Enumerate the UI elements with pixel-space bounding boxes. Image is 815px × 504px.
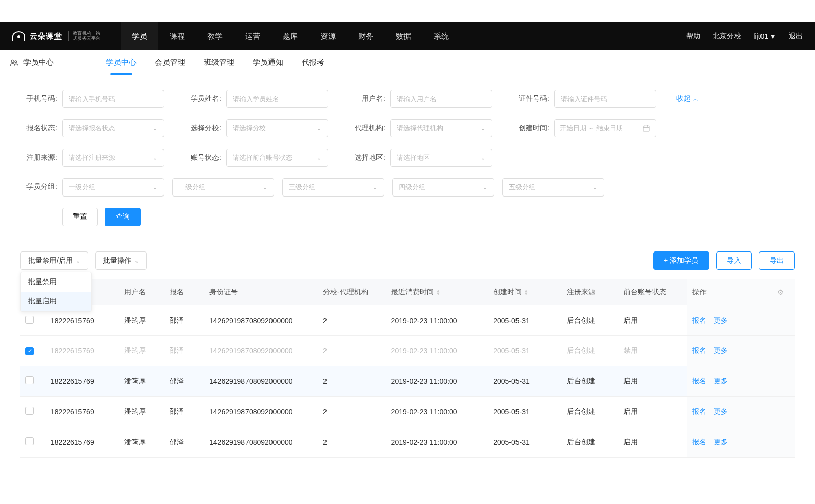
person-icon bbox=[9, 58, 18, 67]
group-select-1[interactable]: 一级分组⌄ bbox=[62, 178, 164, 197]
collapse-toggle[interactable]: 收起 ︿ bbox=[676, 94, 698, 103]
svg-point-0 bbox=[11, 60, 14, 62]
col-reg-source[interactable]: 注册来源 bbox=[562, 279, 618, 305]
bulk-enable-item[interactable]: 批量启用 bbox=[21, 292, 91, 311]
agency-select[interactable]: 请选择代理机构⌄ bbox=[390, 119, 492, 137]
cell-last-spend: 2019-02-23 11:00:00 bbox=[386, 427, 488, 458]
region-select[interactable]: 请选择地区⌄ bbox=[390, 149, 492, 167]
topnav-item-3[interactable]: 运营 bbox=[234, 22, 271, 50]
branch-label: 选择分校: bbox=[184, 124, 221, 133]
cell-status: 启用 bbox=[618, 366, 687, 397]
enroll-status-label: 报名状态: bbox=[20, 124, 57, 133]
search-button[interactable]: 查询 bbox=[105, 208, 141, 226]
topnav-item-7[interactable]: 数据 bbox=[385, 22, 422, 50]
row-checkbox[interactable] bbox=[25, 347, 34, 355]
row-enroll-link[interactable]: 报名 bbox=[692, 438, 707, 446]
cell-username: 潘筠厚 bbox=[119, 427, 165, 458]
subnav-tab-3[interactable]: 学员通知 bbox=[253, 50, 283, 74]
cell-reg-source: 后台创建 bbox=[562, 427, 618, 458]
import-button[interactable]: 导入 bbox=[716, 251, 752, 270]
chevron-down-icon: ⌄ bbox=[373, 184, 377, 191]
group-label: 学员分组: bbox=[20, 182, 57, 191]
topnav-item-6[interactable]: 财务 bbox=[347, 22, 385, 50]
bulk-toggle-dropdown[interactable]: 批量禁用/启用 ⌄ bbox=[20, 251, 88, 270]
export-button[interactable]: 导出 bbox=[759, 251, 795, 270]
table-row: 18222615769潘筠厚邵泽142629198708092000000220… bbox=[20, 397, 795, 427]
col-account-status[interactable]: 前台账号状态 bbox=[618, 279, 687, 305]
student-table: 用户名 报名 身份证号 分校-代理机构 最近消费时间▲▼ 创建时间▲▼ 注册来源… bbox=[20, 279, 795, 458]
branch-selector[interactable]: 北京分校 bbox=[713, 32, 741, 41]
row-checkbox[interactable] bbox=[25, 316, 34, 324]
reg-source-select[interactable]: 请选择注册来源⌄ bbox=[62, 149, 164, 167]
cell-branch: 2 bbox=[318, 427, 386, 458]
chevron-down-icon: ⌄ bbox=[76, 258, 80, 264]
row-enroll-link[interactable]: 报名 bbox=[692, 316, 707, 324]
cell-status: 禁用 bbox=[618, 336, 687, 366]
group-select-4[interactable]: 四级分组⌄ bbox=[392, 178, 494, 197]
gear-icon[interactable]: ⚙ bbox=[777, 288, 784, 296]
cell-phone: 18222615769 bbox=[45, 427, 119, 458]
add-student-button[interactable]: + 添加学员 bbox=[653, 251, 709, 270]
username-input[interactable] bbox=[390, 90, 492, 108]
topnav-item-5[interactable]: 资源 bbox=[309, 22, 347, 50]
enroll-status-select[interactable]: 请选择报名状态⌄ bbox=[62, 119, 164, 137]
topnav-item-0[interactable]: 学员 bbox=[121, 22, 158, 50]
row-more-link[interactable]: 更多 bbox=[714, 438, 728, 446]
action-bar: 批量禁用/启用 ⌄ 批量禁用 批量启用 批量操作 ⌄ + 添加学员 导入 导出 bbox=[0, 242, 815, 279]
subnav-tab-0[interactable]: 学员中心 bbox=[106, 50, 137, 74]
row-checkbox[interactable] bbox=[25, 407, 34, 415]
bulk-disable-item[interactable]: 批量禁用 bbox=[21, 272, 91, 292]
row-enroll-link[interactable]: 报名 bbox=[692, 407, 707, 415]
reset-button[interactable]: 重置 bbox=[62, 208, 98, 226]
row-more-link[interactable]: 更多 bbox=[714, 346, 728, 354]
chevron-down-icon: ⌄ bbox=[317, 125, 321, 132]
date-range-picker[interactable]: 开始日期 ~ 结束日期 bbox=[554, 119, 656, 137]
topnav-item-2[interactable]: 教学 bbox=[196, 22, 234, 50]
col-idno[interactable]: 身份证号 bbox=[204, 279, 318, 305]
cell-create-time: 2005-05-31 bbox=[488, 305, 562, 336]
phone-input[interactable] bbox=[62, 90, 164, 108]
group-select-3[interactable]: 三级分组⌄ bbox=[282, 178, 384, 197]
phone-label: 手机号码: bbox=[20, 94, 57, 103]
idno-label: 证件号码: bbox=[512, 94, 549, 103]
row-checkbox[interactable] bbox=[25, 437, 34, 445]
account-status-select[interactable]: 请选择前台账号状态⌄ bbox=[226, 149, 328, 167]
col-username[interactable]: 用户名 bbox=[119, 279, 165, 305]
idno-input[interactable] bbox=[554, 90, 656, 108]
user-menu[interactable]: lijt01▼ bbox=[753, 32, 776, 40]
topnav-item-8[interactable]: 系统 bbox=[422, 22, 460, 50]
col-last-spend[interactable]: 最近消费时间▲▼ bbox=[386, 279, 488, 305]
topnav-item-1[interactable]: 课程 bbox=[158, 22, 196, 50]
sort-icon: ▲▼ bbox=[436, 289, 441, 295]
group-select-2[interactable]: 二级分组⌄ bbox=[172, 178, 274, 197]
name-label: 学员姓名: bbox=[184, 94, 221, 103]
row-more-link[interactable]: 更多 bbox=[714, 377, 728, 385]
col-create-time[interactable]: 创建时间▲▼ bbox=[488, 279, 562, 305]
group-select-5[interactable]: 五级分组⌄ bbox=[502, 178, 604, 197]
cell-enroll: 邵泽 bbox=[165, 305, 204, 336]
help-link[interactable]: 帮助 bbox=[686, 32, 700, 41]
row-enroll-link[interactable]: 报名 bbox=[692, 346, 707, 354]
name-input[interactable] bbox=[226, 90, 328, 108]
col-branch-agency[interactable]: 分校-代理机构 bbox=[318, 279, 386, 305]
subnav-tab-2[interactable]: 班级管理 bbox=[204, 50, 234, 74]
subnav-tab-4[interactable]: 代报考 bbox=[302, 50, 324, 74]
chevron-down-icon: ⌄ bbox=[593, 184, 597, 191]
logout-link[interactable]: 退出 bbox=[789, 32, 803, 41]
bulk-ops-dropdown[interactable]: 批量操作 ⌄ bbox=[95, 251, 147, 270]
brand-logo: 云朵课堂 教育机构一站 式服务云平台 bbox=[12, 31, 100, 41]
col-enroll[interactable]: 报名 bbox=[165, 279, 204, 305]
row-enroll-link[interactable]: 报名 bbox=[692, 377, 707, 385]
cell-phone: 18222615769 bbox=[45, 336, 119, 366]
branch-select[interactable]: 请选择分校⌄ bbox=[226, 119, 328, 137]
row-more-link[interactable]: 更多 bbox=[714, 316, 728, 324]
cell-username: 潘筠厚 bbox=[119, 336, 165, 366]
subnav-tab-1[interactable]: 会员管理 bbox=[155, 50, 185, 74]
topnav-item-4[interactable]: 题库 bbox=[271, 22, 309, 50]
row-checkbox[interactable] bbox=[25, 376, 34, 384]
cell-username: 潘筠厚 bbox=[119, 366, 165, 397]
cell-enroll: 邵泽 bbox=[165, 366, 204, 397]
row-more-link[interactable]: 更多 bbox=[714, 407, 728, 415]
cell-reg-source: 后台创建 bbox=[562, 305, 618, 336]
cell-last-spend: 2019-02-23 11:00:00 bbox=[386, 336, 488, 366]
